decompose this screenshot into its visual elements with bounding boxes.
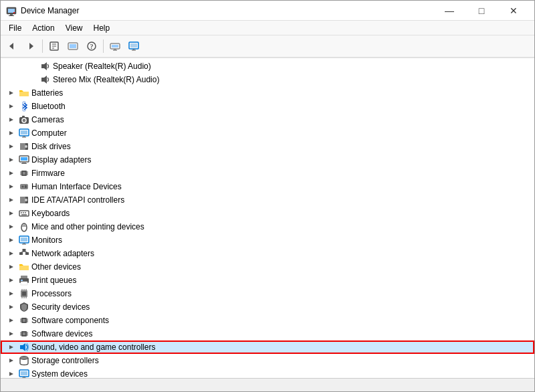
tree-item-network[interactable]: Network adapters [1,247,534,260]
maximize-button[interactable]: □ [466,1,497,21]
tree-item-monitors[interactable]: Monitors [1,233,534,247]
node-icon-stereomix [40,74,51,85]
svg-point-59 [22,186,24,188]
expand-icon-mice[interactable] [6,221,17,232]
expand-icon-security[interactable] [6,302,17,312]
tree-label-systemdev: System devices [31,369,88,378]
view-devices-button[interactable] [125,37,142,55]
expand-icon-softwaredev[interactable] [6,328,17,339]
tree-item-diskdrives[interactable]: Disk drives [1,140,534,153]
expand-icon-diskdrives[interactable] [6,141,17,152]
menu-view[interactable]: View [60,21,88,35]
expand-icon-displayadapters[interactable] [6,155,17,165]
node-icon-monitors [19,235,29,246]
tree-item-other[interactable]: Other devices [1,260,534,274]
tree-item-stereomix[interactable]: Stereo Mix (Realtek(R) Audio) [1,73,534,86]
tree-item-cameras[interactable]: Cameras [1,113,534,126]
expand-icon-cameras[interactable] [6,114,17,125]
svg-rect-26 [19,92,29,96]
app-icon [6,5,17,16]
expand-icon-monitors[interactable] [6,235,17,246]
svg-marker-65 [9,211,13,215]
svg-marker-48 [9,171,13,175]
expand-icon-network[interactable] [6,248,17,259]
svg-point-4 [13,12,15,13]
node-icon-software [19,315,29,326]
svg-marker-123 [9,359,13,363]
node-icon-network [19,248,29,259]
expand-icon-bluetooth[interactable] [6,101,17,112]
tree-item-security[interactable]: Security devices [1,300,534,314]
minimize-button[interactable]: — [434,1,465,21]
tree-label-mice: Mice and other pointing devices [31,222,144,231]
svg-rect-92 [21,280,23,281]
svg-marker-126 [9,372,13,376]
back-button[interactable] [3,37,21,55]
svg-rect-67 [21,212,22,213]
tree-item-soundvideo[interactable]: Sound, video and game controllers [1,340,534,354]
tree-item-computer[interactable]: Computer [1,126,534,140]
menu-file[interactable]: File [3,21,27,35]
expand-icon-software[interactable] [6,315,17,326]
tree-view[interactable]: Speaker (Realtek(R) Audio)Stereo Mix (Re… [1,58,534,378]
update-driver-button[interactable] [64,37,82,55]
tree-label-cameras: Cameras [31,115,64,124]
tree-item-software[interactable]: Software components [1,314,534,327]
tree-item-mice[interactable]: Mice and other pointing devices [1,220,534,233]
svg-point-42 [25,145,27,148]
tree-label-software: Software components [31,316,109,325]
expand-icon-speaker1 [27,61,38,72]
svg-marker-71 [9,225,13,229]
tree-item-softwaredev[interactable]: Software devices [1,327,534,340]
tree-item-speaker1[interactable]: Speaker (Realtek(R) Audio) [1,60,534,73]
window-title: Device Manager [21,6,434,15]
expand-icon-soundvideo[interactable] [6,342,17,353]
svg-rect-58 [20,184,28,189]
svg-marker-80 [9,252,13,256]
tree-item-storage[interactable]: Storage controllers [1,354,534,367]
tree-item-firmware[interactable]: Firmware [1,167,534,180]
expand-icon-systemdev[interactable] [6,369,17,378]
svg-marker-122 [20,343,25,351]
tree-label-stereomix: Stereo Mix (Realtek(R) Audio) [53,75,159,84]
tree-item-systemdev[interactable]: System devices [1,367,534,378]
tree-label-processors: Processors [31,289,72,298]
svg-rect-81 [19,252,23,255]
svg-rect-47 [21,163,27,164]
expand-icon-hid[interactable] [6,181,17,192]
tree-item-processors[interactable]: Processors [1,287,534,300]
tree-item-bluetooth[interactable]: Bluetooth [1,100,534,113]
tree-item-print[interactable]: Print queues [1,274,534,287]
tree-item-hid[interactable]: Human Interface Devices [1,180,534,193]
properties-button[interactable] [45,37,63,55]
tree-label-computer: Computer [31,128,67,138]
menu-help[interactable]: Help [88,21,116,35]
forward-button[interactable] [22,37,39,55]
tree-item-displayadapters[interactable]: Display adapters [1,153,534,167]
expand-icon-batteries[interactable] [6,88,17,98]
expand-icon-print[interactable] [6,275,17,286]
svg-marker-39 [9,144,13,149]
node-icon-soundvideo [19,342,29,353]
expand-icon-stereomix [27,74,38,85]
toolbar: ? [1,35,534,58]
expand-icon-processors[interactable] [6,288,17,299]
expand-icon-computer[interactable] [6,128,17,138]
menu-action[interactable]: Action [27,21,60,35]
tree-label-firmware: Firmware [31,169,65,178]
tree-item-batteries[interactable]: Batteries [1,86,534,100]
scan-hardware-button[interactable] [106,37,124,55]
tree-item-ide[interactable]: IDE ATA/ATAPI controllers [1,193,534,207]
svg-text:?: ? [90,43,94,50]
tree-label-other: Other devices [31,262,81,272]
close-button[interactable]: ✕ [498,1,529,21]
expand-icon-other[interactable] [6,262,17,272]
expand-icon-storage[interactable] [6,355,17,366]
node-icon-batteries [19,88,29,98]
tree-item-keyboards[interactable]: Keyboards [1,207,534,220]
expand-icon-ide[interactable] [6,195,17,205]
svg-rect-91 [21,282,27,285]
help-button[interactable]: ? [83,37,100,55]
expand-icon-keyboards[interactable] [6,208,17,219]
expand-icon-firmware[interactable] [6,168,17,179]
